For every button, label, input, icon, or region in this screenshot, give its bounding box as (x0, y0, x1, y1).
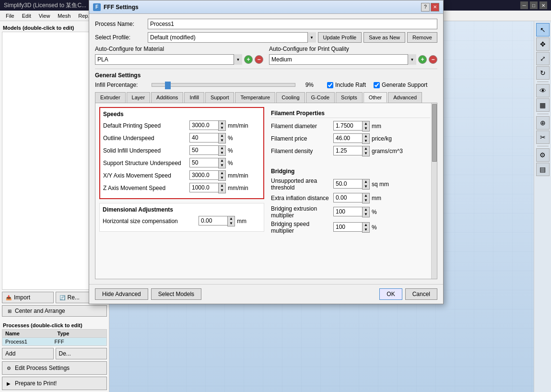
filament-input-0[interactable] (333, 121, 362, 131)
bridging-up-3[interactable]: ▲ (363, 223, 369, 227)
bridging-down-0[interactable]: ▼ (363, 184, 369, 189)
speed-input-0[interactable] (189, 120, 218, 130)
cancel-button[interactable]: Cancel (405, 288, 437, 300)
filament-down-2[interactable]: ▼ (363, 151, 369, 156)
scrollbar-thumb[interactable] (432, 104, 437, 162)
speed-down-3[interactable]: ▼ (219, 163, 225, 168)
add-quality-button[interactable]: + (418, 55, 427, 64)
horiz-comp-down[interactable]: ▼ (228, 221, 234, 226)
speed-up-2[interactable]: ▲ (219, 146, 225, 151)
filament-up-1[interactable]: ▲ (363, 134, 369, 139)
ok-button[interactable]: OK (379, 288, 402, 300)
bridging-input-1[interactable] (333, 193, 362, 202)
infill-slider[interactable] (152, 83, 295, 87)
center-arrange-button[interactable]: ⊞ Center and Arrange (2, 305, 107, 317)
bridging-down-3[interactable]: ▼ (363, 227, 369, 232)
horiz-comp-input[interactable] (199, 216, 227, 226)
bridging-up-1[interactable]: ▲ (363, 193, 369, 198)
remove-material-button[interactable]: − (255, 55, 263, 64)
speed-up-0[interactable]: ▲ (219, 121, 225, 126)
bridging-down-1[interactable]: ▼ (363, 198, 369, 203)
maximize-button[interactable]: □ (530, 1, 538, 9)
quality-select[interactable]: Medium (269, 54, 416, 65)
speed-down-2[interactable]: ▼ (219, 151, 225, 155)
hide-advanced-button[interactable]: Hide Advanced (95, 288, 148, 300)
filament-input-1[interactable] (333, 133, 362, 143)
tab-cooling[interactable]: Cooling (276, 92, 305, 103)
speed-down-5[interactable]: ▼ (219, 188, 225, 193)
filament-down-1[interactable]: ▼ (363, 139, 369, 143)
filament-input-2[interactable] (333, 146, 362, 155)
tab-infill[interactable]: Infill (184, 92, 204, 103)
speed-up-4[interactable]: ▲ (219, 171, 225, 176)
speed-input-2[interactable] (189, 145, 218, 155)
horiz-comp-up[interactable]: ▲ (228, 216, 234, 221)
cut-tool-button[interactable]: ✂ (536, 131, 550, 144)
import-button[interactable]: 📥 Import (2, 292, 54, 303)
material-select[interactable]: PLA (95, 54, 242, 65)
menu-view[interactable]: View (35, 13, 54, 19)
axis-tool-button[interactable]: ⊕ (536, 116, 550, 130)
bridging-input-2[interactable] (333, 207, 362, 216)
view-tool-button[interactable]: 👁 (536, 84, 550, 97)
tab-other[interactable]: Other (363, 92, 387, 103)
menu-file[interactable]: File (2, 13, 18, 19)
bars-tool-button[interactable]: ▤ (536, 163, 550, 176)
cursor-tool-button[interactable]: ↖ (536, 23, 550, 36)
filament-down-0[interactable]: ▼ (363, 126, 369, 131)
minimize-button[interactable]: ─ (520, 1, 528, 9)
select-models-button[interactable]: Select Models (151, 288, 201, 300)
bridging-input-0[interactable] (333, 179, 362, 189)
speed-up-5[interactable]: ▲ (219, 183, 225, 188)
tab-extruder[interactable]: Extruder (95, 92, 126, 103)
tab-scrollbar[interactable] (431, 103, 437, 279)
menu-mesh[interactable]: Mesh (54, 13, 74, 19)
update-profile-button[interactable]: Update Profile (318, 32, 362, 43)
save-as-new-button[interactable]: Save as New (363, 32, 405, 43)
tab-support[interactable]: Support (205, 92, 234, 103)
rotate-tool-button[interactable]: ↻ (536, 66, 550, 80)
generate-support-checkbox[interactable] (374, 82, 380, 88)
process-row[interactable]: Process1 FFF (2, 338, 106, 345)
layers-tool-button[interactable]: ▦ (536, 98, 550, 112)
tab-advanced[interactable]: Advanced (388, 92, 422, 103)
include-raft-checkbox[interactable] (327, 82, 333, 88)
edit-process-button[interactable]: ⚙ Edit Process Settings (2, 361, 107, 375)
add-process-button[interactable]: Add (2, 348, 54, 359)
add-material-button[interactable]: + (244, 55, 253, 64)
move-tool-button[interactable]: ✥ (536, 37, 550, 51)
process-name-input[interactable] (148, 19, 437, 29)
bridging-down-2[interactable]: ▼ (363, 212, 369, 217)
delete-process-button[interactable]: De... (56, 348, 107, 359)
speed-input-1[interactable] (189, 133, 218, 143)
profile-select[interactable]: Default (modified) (148, 32, 316, 43)
speed-down-1[interactable]: ▼ (219, 138, 225, 143)
speed-input-3[interactable] (189, 158, 218, 167)
tab-scripts[interactable]: Scripts (336, 92, 363, 103)
scale-tool-button[interactable]: ⤢ (536, 52, 550, 65)
infill-slider-thumb[interactable] (165, 82, 171, 89)
remove-quality-button[interactable]: − (429, 55, 437, 64)
dialog-help-button[interactable]: ? (421, 3, 430, 12)
filament-up-0[interactable]: ▲ (363, 121, 369, 126)
bridging-input-3[interactable] (333, 222, 362, 232)
speed-up-3[interactable]: ▲ (219, 158, 225, 163)
prepare-print-button[interactable]: ▶ Prepare to Print! (2, 377, 107, 390)
speed-input-4[interactable] (189, 170, 218, 180)
remove-profile-button[interactable]: Remove (407, 32, 437, 43)
speed-input-5[interactable] (189, 183, 218, 192)
tab-additions[interactable]: Additions (151, 92, 183, 103)
menu-edit[interactable]: Edit (18, 13, 35, 19)
tab-layer[interactable]: Layer (127, 92, 151, 103)
close-button[interactable]: ✕ (539, 1, 547, 9)
gear-tool-button[interactable]: ⚙ (536, 148, 550, 162)
tab-gcode[interactable]: G-Code (306, 92, 335, 103)
tab-temperature[interactable]: Temperature (235, 92, 275, 103)
bridging-up-0[interactable]: ▲ (363, 179, 369, 184)
speed-up-1[interactable]: ▲ (219, 133, 225, 138)
filament-up-2[interactable]: ▲ (363, 146, 369, 151)
bridging-up-2[interactable]: ▲ (363, 207, 369, 212)
dialog-close-button[interactable]: ✕ (431, 3, 439, 12)
speed-down-4[interactable]: ▼ (219, 176, 225, 180)
speed-down-0[interactable]: ▼ (219, 126, 225, 131)
